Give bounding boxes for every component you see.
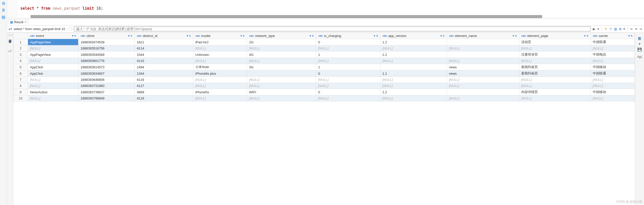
- next-icon[interactable]: ⇥: [639, 27, 642, 31]
- cell-element_name[interactable]: [447, 39, 519, 45]
- row-number[interactable]: 2: [13, 45, 28, 52]
- column-header-event[interactable]: ABCevent▼⇅: [28, 33, 78, 39]
- filter-icon[interactable]: ▼: [186, 34, 189, 37]
- cell-ctime[interactable]: 1688393786849: [78, 95, 135, 101]
- cell-distinct_id[interactable]: 3889: [134, 89, 193, 95]
- cell-app_version[interactable]: 2.2: [380, 89, 447, 95]
- row-number[interactable]: 1: [13, 39, 28, 45]
- cell-ctime[interactable]: 1688393474539: [78, 39, 135, 45]
- cell-element_name[interactable]: [NULL]: [447, 45, 519, 52]
- column-header-distinct_id[interactable]: ABCdistinct_id▼⇅: [134, 33, 193, 39]
- cell-element_page[interactable]: [NULL]: [519, 58, 591, 64]
- row-number[interactable]: 7: [13, 77, 28, 83]
- cell-element_page[interactable]: [NULL]: [519, 45, 591, 52]
- column-header-element_page[interactable]: ABCelement_page▼⇅: [519, 33, 591, 39]
- cell-app_version[interactable]: 1.2: [380, 39, 447, 45]
- cell-ctime[interactable]: 1688393544569: [78, 52, 135, 58]
- filter-icon[interactable]: ▼: [440, 34, 442, 37]
- cell-carrier[interactable]: 中国移动: [591, 89, 635, 95]
- cell-ctime[interactable]: 1688393601776: [78, 58, 135, 64]
- cell-element_name[interactable]: [NULL]: [447, 58, 519, 64]
- result-tab[interactable]: ▦ Result ✕: [8, 19, 29, 24]
- cell-app_version[interactable]: [NULL]: [380, 77, 447, 83]
- cell-app_version[interactable]: [NULL]: [380, 83, 447, 89]
- cell-network_type[interactable]: [NULL]: [247, 95, 316, 101]
- sort-icon[interactable]: ⇅: [515, 34, 517, 37]
- cell-ctime[interactable]: 1688393739637: [78, 89, 135, 95]
- filter-icon[interactable]: ▼: [240, 34, 242, 37]
- text-view-icon[interactable]: oT: [8, 49, 12, 53]
- cell-carrier[interactable]: 中国电信: [591, 52, 635, 58]
- sort-icon[interactable]: ⇅: [130, 34, 132, 37]
- cell-distinct_id[interactable]: 4118: [134, 95, 193, 101]
- cell-element_page[interactable]: 内容详情页: [519, 89, 591, 95]
- cell-distinct_id[interactable]: 1344: [134, 70, 193, 77]
- filter-icon[interactable]: ▼: [309, 34, 312, 37]
- filter-icon[interactable]: ▼: [373, 34, 376, 37]
- cell-app_version[interactable]: [NULL]: [380, 95, 447, 101]
- link-icon[interactable]: ⧉: [619, 27, 622, 31]
- table-row[interactable]: 9NewsAction16883937396373889iPhone5sWIFI…: [13, 89, 635, 95]
- cell-element_name[interactable]: [NULL]: [447, 77, 519, 83]
- dropdown3-icon[interactable]: ▾: [635, 27, 638, 31]
- cell-is_charging[interactable]: [NULL]: [316, 77, 380, 83]
- row-number[interactable]: 10: [13, 95, 28, 101]
- filter-icon[interactable]: ▽: [609, 27, 612, 31]
- cell-network_type[interactable]: 2G: [247, 39, 316, 45]
- cell-carrier[interactable]: [NULL]: [591, 83, 635, 89]
- cell-distinct_id[interactable]: 1544: [134, 52, 193, 58]
- cell-ctime[interactable]: 1688393634607: [78, 70, 135, 77]
- cell-element_page[interactable]: 活动页: [519, 39, 591, 45]
- cell-element_name[interactable]: [NULL]: [447, 95, 519, 101]
- cell-event[interactable]: AppPageView: [28, 52, 78, 58]
- cell-app_version[interactable]: [NULL]: [380, 45, 447, 52]
- cell-is_charging[interactable]: 0: [316, 70, 380, 77]
- cell-is_charging[interactable]: [NULL]: [316, 83, 380, 89]
- column-header-element_name[interactable]: ABCelement_name▼⇅: [447, 33, 519, 39]
- cell-model[interactable]: iPad Air2: [193, 39, 247, 45]
- cell-element_page[interactable]: [NULL]: [519, 95, 591, 101]
- cell-model[interactable]: iPhone5s: [193, 89, 247, 95]
- table-row[interactable]: 6AppClick16883936346071344iPhone6s plus0…: [13, 70, 635, 77]
- filter-icon[interactable]: ▼: [584, 34, 586, 37]
- file-icon[interactable]: 🗎: [2, 8, 6, 12]
- sql-editor[interactable]: select * from news_parquet limit 10;: [7, 0, 644, 18]
- cell-model[interactable]: [NULL]: [193, 83, 247, 89]
- column-header-model[interactable]: ABCmodel▼⇅: [193, 33, 247, 39]
- cell-distinct_id[interactable]: 4116: [134, 77, 193, 83]
- horizontal-scrollbar[interactable]: [31, 15, 542, 18]
- cell-network_type[interactable]: 3G: [247, 64, 316, 70]
- folder-icon[interactable]: ▤: [2, 15, 5, 19]
- cell-element_name[interactable]: news: [447, 70, 519, 77]
- filter-icon[interactable]: ▼: [512, 34, 515, 37]
- cell-network_type[interactable]: [NULL]: [247, 77, 316, 83]
- panels-icon[interactable]: ▥: [638, 36, 641, 40]
- cell-network_type[interactable]: [247, 70, 316, 77]
- column-header-network_type[interactable]: ABCnetwork_type▼⇅: [247, 33, 316, 39]
- cell-is_charging[interactable]: 1: [316, 52, 380, 58]
- cell-model[interactable]: [NULL]: [193, 45, 247, 52]
- close-icon[interactable]: ✕: [24, 20, 27, 24]
- tab-text[interactable]: 文本: [7, 45, 13, 47]
- refresh-dropdown-icon[interactable]: ▾: [639, 42, 640, 46]
- sort-icon[interactable]: ⇅: [74, 34, 76, 37]
- gear-icon[interactable]: ⚙: [2, 1, 5, 6]
- sort-icon[interactable]: ⇅: [243, 34, 245, 37]
- cell-distinct_id[interactable]: 4114: [134, 45, 193, 52]
- table-row[interactable]: 7[NULL]16883936468064116[NULL][NULL][NUL…: [13, 77, 635, 83]
- row-number[interactable]: 9: [13, 89, 28, 95]
- sort-icon[interactable]: ⇅: [376, 34, 378, 37]
- cell-event[interactable]: [NULL]: [28, 58, 78, 64]
- cell-is_charging[interactable]: [NULL]: [316, 95, 380, 101]
- cell-ctime[interactable]: 1688393516756: [78, 45, 135, 52]
- prev-icon[interactable]: ⇤: [630, 27, 634, 31]
- cell-app_version[interactable]: 1.1: [380, 70, 447, 77]
- filter-input[interactable]: [74, 27, 591, 31]
- cell-model[interactable]: Unknown: [193, 52, 247, 58]
- cell-ctime[interactable]: 1688393646806: [78, 77, 135, 83]
- table-row[interactable]: 10[NULL]16883937868494118[NULL][NULL][NU…: [13, 95, 635, 101]
- play-icon[interactable]: ▶: [592, 27, 596, 31]
- dropdown-icon[interactable]: ▾: [597, 27, 600, 31]
- cell-element_name[interactable]: news: [447, 64, 519, 70]
- cell-element_page[interactable]: [NULL]: [519, 83, 591, 89]
